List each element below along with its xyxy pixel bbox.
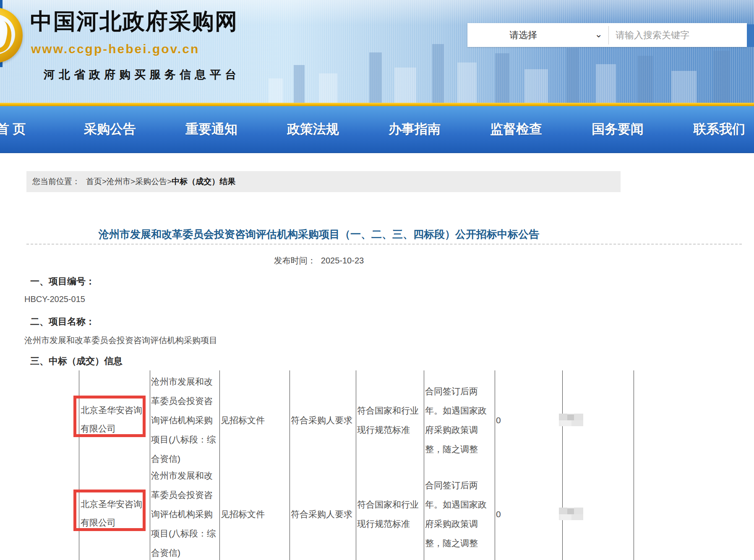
building-silhouette (495, 53, 509, 103)
project-line: 革委员会投资咨 (151, 485, 218, 505)
term-line: 整，随之调整 (425, 534, 487, 553)
search-button[interactable] (747, 24, 754, 47)
building-silhouette (596, 64, 616, 103)
section1-content: HBCY-2025-015 (24, 294, 85, 304)
search-category-value: 请选择 (509, 29, 537, 42)
project-line: 沧州市发展和改 (151, 466, 218, 485)
search-placeholder: 请输入搜索关键字 (616, 29, 689, 42)
breadcrumb-label: 您当前位置： (32, 176, 80, 187)
table-grid-line (634, 370, 634, 560)
building-silhouette (671, 71, 697, 103)
table-cell-term: 合同签订后两 年。如遇国家政 府采购政策调 整，随之调整 (425, 476, 487, 553)
quality-line: 符合国家和行业 (357, 401, 419, 420)
term-line: 合同签订后两 (425, 382, 487, 401)
section2-content: 沧州市发展和改革委员会投资咨询评估机构采购项目 (24, 335, 217, 346)
project-line: 项目(八标段：综 (151, 524, 218, 543)
building-silhouette (432, 44, 444, 103)
site-header: 中国河北政府采购网 www.ccgp-hebei.gov.cn 河北省政府购买服… (0, 0, 754, 103)
publish-label: 发布时间： (274, 256, 316, 265)
building-silhouette (638, 56, 653, 103)
table-grid-line (424, 370, 424, 560)
search-input[interactable]: 请输入搜索关键字 (609, 23, 747, 47)
building-silhouette (457, 63, 477, 103)
nav-item-home[interactable]: 首 页 (0, 106, 26, 152)
table-cell-amount: 0 (496, 411, 501, 430)
page: 中国河北政府采购网 www.ccgp-hebei.gov.cn 河北省政府购买服… (0, 0, 754, 560)
site-title: 中国河北政府采购网 (30, 7, 299, 37)
term-line: 合同签订后两 (425, 476, 487, 495)
building-silhouette (269, 78, 283, 103)
breadcrumb-current: 中标（成交）结果 (172, 176, 235, 187)
nav-item-policies[interactable]: 政策法规 (287, 106, 339, 152)
table-cell-quality: 符合国家和行业 现行规范标准 (357, 495, 419, 534)
quality-line: 现行规范标准 (357, 514, 419, 534)
table-grid-line (150, 370, 150, 560)
breadcrumb: 您当前位置： 首页>沧州市>采购公告> 中标（成交）结果 (26, 171, 621, 192)
section1-heading: 一、项目编号： (30, 275, 95, 288)
redacted-amount-blur (559, 414, 583, 426)
term-line: 年。如遇国家政 (425, 495, 487, 514)
search-bar: 请选择 ⌄ 请输入搜索关键字 (467, 23, 747, 47)
project-line: 沧州市发展和改 (151, 372, 218, 391)
supplier-line: 北京圣华安咨询 (81, 401, 143, 419)
table-cell-bid-document: 见招标文件 (221, 411, 265, 430)
term-line: 年。如遇国家政 (425, 401, 487, 420)
section2-heading: 二、项目名称： (30, 315, 95, 328)
nav-item-procurement[interactable]: 采购公告 (84, 106, 136, 152)
nav-item-state-news[interactable]: 国务要闻 (592, 106, 644, 152)
table-cell-term: 合同签订后两 年。如遇国家政 府采购政策调 整，随之调整 (425, 382, 487, 459)
table-cell-project: 沧州市发展和改 革委员会投资咨 询评估机构采购 项目(八标段：综 合资信) (151, 466, 218, 560)
gold-divider-bar (0, 103, 754, 106)
building-silhouette (713, 51, 730, 103)
table-grid-line (290, 370, 290, 560)
building-silhouette (524, 69, 548, 103)
publish-date: 2025-10-23 (321, 256, 364, 265)
nav-item-contact[interactable]: 联系我们 (693, 106, 745, 152)
project-line: 合资信) (151, 543, 218, 560)
building-silhouette (319, 73, 337, 103)
table-cell-bid-document: 见招标文件 (221, 505, 265, 524)
table-grid-line (495, 370, 495, 560)
term-line: 府采购政策调 (425, 514, 487, 534)
site-subtitle: 河北省政府购买服务信息平台 (44, 67, 240, 82)
title-separator (26, 244, 742, 245)
table-grid-line (356, 370, 356, 560)
supplier-line: 有限公司 (81, 513, 143, 532)
table-cell-amount: 0 (496, 505, 501, 524)
table-grid-line (562, 370, 563, 560)
supplier-line: 有限公司 (81, 419, 143, 438)
project-line: 询评估机构采购 (151, 505, 218, 524)
term-line: 整，随之调整 (425, 440, 487, 459)
building-silhouette (394, 68, 416, 103)
table-cell-project: 沧州市发展和改 革委员会投资咨 询评估机构采购 项目(八标段：综 合资信) (151, 372, 218, 469)
project-line: 项目(八标段：综 (151, 430, 218, 449)
nav-item-supervision[interactable]: 监督检查 (490, 106, 542, 152)
quality-line: 现行规范标准 (357, 420, 419, 440)
project-line: 革委员会投资咨 (151, 391, 218, 411)
site-url: www.ccgp-hebei.gov.cn (31, 42, 199, 56)
search-category-select[interactable]: 请选择 ⌄ (467, 23, 608, 47)
chevron-down-icon: ⌄ (595, 29, 603, 40)
table-cell-quality: 符合国家和行业 现行规范标准 (357, 401, 419, 440)
building-silhouette (369, 52, 382, 103)
nav-item-guide[interactable]: 办事指南 (389, 106, 441, 152)
publish-line: 发布时间：2025-10-23 (17, 255, 621, 266)
building-silhouette (566, 48, 579, 103)
section3-heading: 三、中标（成交）信息 (30, 355, 123, 367)
main-nav: 首 页 采购公告 重要通知 政策法规 办事指南 监督检查 国务要闻 联系我们 (0, 106, 754, 153)
table-grid-line (219, 370, 220, 560)
supplier-line: 北京圣华安咨询 (81, 495, 143, 513)
nav-item-notices[interactable]: 重要通知 (185, 106, 237, 152)
table-row-supplier: 北京圣华安咨询 有限公司 (79, 401, 143, 438)
table-row-supplier: 北京圣华安咨询 有限公司 (79, 495, 143, 532)
table-cell-requirement: 符合采购人要求 (291, 505, 352, 524)
building-silhouette (294, 65, 305, 103)
project-line: 询评估机构采购 (151, 411, 218, 430)
breadcrumb-path[interactable]: 首页>沧州市>采购公告> (86, 176, 172, 187)
term-line: 府采购政策调 (425, 420, 487, 440)
redacted-amount-blur (559, 508, 583, 520)
quality-line: 符合国家和行业 (357, 495, 419, 514)
table-cell-requirement: 符合采购人要求 (291, 411, 352, 430)
article-title: 沧州市发展和改革委员会投资咨询评估机构采购项目（一、二、三、四标段）公开招标中标… (17, 227, 621, 241)
